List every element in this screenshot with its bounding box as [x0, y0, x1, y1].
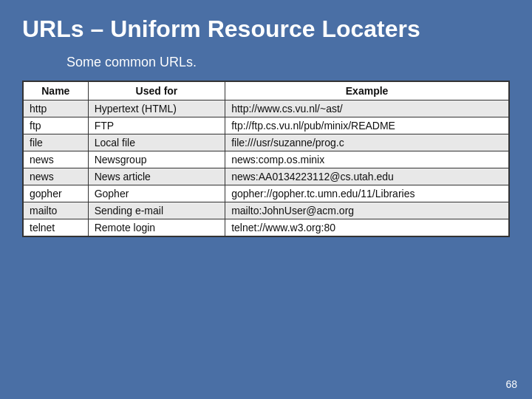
table-cell: news:AA0134223112@cs.utah.edu	[225, 168, 509, 185]
table-cell: news	[24, 168, 89, 185]
table-cell: gopher	[24, 185, 89, 202]
table-cell: Local file	[88, 134, 225, 151]
table-row: httpHypertext (HTML)http://www.cs.vu.nl/…	[24, 100, 509, 117]
table-cell: ftp://ftp.cs.vu.nl/pub/minix/README	[225, 117, 509, 134]
table-cell: news	[24, 151, 89, 168]
table-cell: telnet	[24, 219, 89, 236]
slide-title: URLs – Uniform Resource Locaters	[22, 15, 420, 43]
table-cell: Gopher	[88, 185, 225, 202]
table-header-row: Name Used for Example	[24, 82, 509, 100]
table-cell: Newsgroup	[88, 151, 225, 168]
table-cell: ftp	[24, 117, 89, 134]
table-cell: http://www.cs.vu.nl/~ast/	[225, 100, 509, 117]
table-cell: Hypertext (HTML)	[88, 100, 225, 117]
table-row: telnetRemote logintelnet://www.w3.org:80	[24, 219, 509, 236]
table-cell: Sending e-mail	[88, 202, 225, 219]
table-cell: News article	[88, 168, 225, 185]
col-header-used-for: Used for	[88, 82, 225, 100]
url-table: Name Used for Example httpHypertext (HTM…	[23, 81, 509, 236]
table-row: gopherGophergopher://gopher.tc.umn.edu/1…	[24, 185, 509, 202]
table-cell: FTP	[88, 117, 225, 134]
url-table-wrapper: Name Used for Example httpHypertext (HTM…	[22, 81, 510, 237]
table-row: fileLocal filefile:///usr/suzanne/prog.c	[24, 134, 509, 151]
slide: URLs – Uniform Resource Locaters Some co…	[0, 0, 532, 399]
table-cell: mailto:JohnUser@acm.org	[225, 202, 509, 219]
table-cell: gopher://gopher.tc.umn.edu/11/Libraries	[225, 185, 509, 202]
slide-subtitle: Some common URLs.	[66, 55, 197, 70]
table-cell: file:///usr/suzanne/prog.c	[225, 134, 509, 151]
table-row: ftpFTPftp://ftp.cs.vu.nl/pub/minix/READM…	[24, 117, 509, 134]
table-row: mailtoSending e-mailmailto:JohnUser@acm.…	[24, 202, 509, 219]
col-header-example: Example	[225, 82, 509, 100]
table-row: newsNews articlenews:AA0134223112@cs.uta…	[24, 168, 509, 185]
table-row: newsNewsgroupnews:comp.os.minix	[24, 151, 509, 168]
col-header-name: Name	[24, 82, 89, 100]
table-cell: http	[24, 100, 89, 117]
table-cell: Remote login	[88, 219, 225, 236]
table-cell: mailto	[24, 202, 89, 219]
table-cell: news:comp.os.minix	[225, 151, 509, 168]
page-number: 68	[505, 378, 517, 390]
table-cell: telnet://www.w3.org:80	[225, 219, 509, 236]
table-cell: file	[24, 134, 89, 151]
